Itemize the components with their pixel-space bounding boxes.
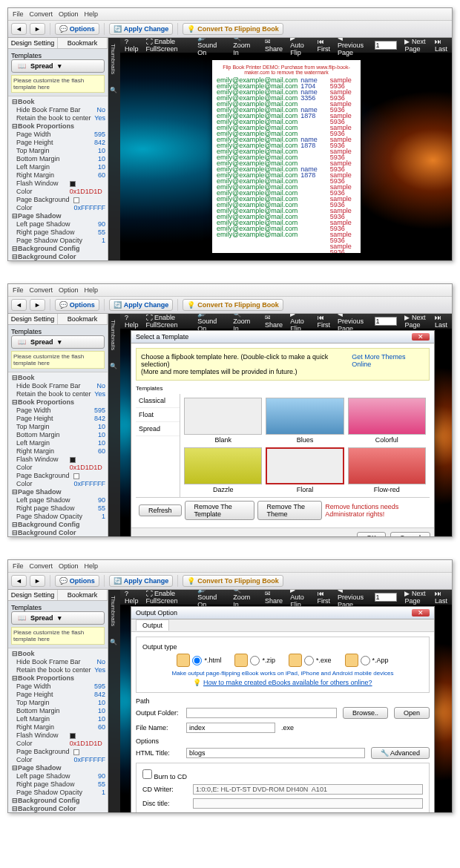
thumb-floral[interactable]: Floral — [266, 447, 344, 493]
cat-float[interactable]: Float — [136, 408, 180, 422]
thumb-blues[interactable]: Blues — [266, 398, 344, 444]
thumb-flow-red[interactable]: Flow-red — [348, 447, 426, 493]
menu-option[interactable]: Option — [59, 10, 79, 18]
toolbar: ◄► 💬 Options 🔄 Apply Change 💡 Convert To… — [8, 573, 452, 590]
tb-first[interactable]: ⏮ First — [318, 38, 331, 53]
btn-options[interactable]: 💬 Options — [55, 23, 99, 35]
browse-button[interactable]: Browse.. — [343, 707, 388, 719]
sidebar: Design SettingBookmark Templates 📖 Sprea… — [8, 314, 108, 536]
demo-watermark: Flip Book Printer DEMO: Purchase from ww… — [217, 65, 356, 75]
property-tree[interactable]: ⊟BookHide Book Frame BarNoRetain the boo… — [8, 648, 108, 812]
cat-classical[interactable]: Classical — [136, 394, 180, 408]
select-template-dialog: Select a Template ✕ Choose a flipbook te… — [131, 330, 435, 536]
sidebar: Design SettingBookmark Templates 📖 Sprea… — [8, 590, 108, 812]
thumb-colorful[interactable]: Colorful — [348, 398, 426, 444]
tab-design-setting[interactable]: Design Setting — [8, 38, 58, 48]
advanced-button[interactable]: 🔧 Advanced — [371, 747, 430, 759]
mobile-note: Make output page-flipping eBook works on… — [142, 670, 423, 677]
radio-html[interactable]: *.html — [177, 654, 221, 667]
template-thumbnails: BlankBluesColorfulDazzleFloralFlow-red — [180, 394, 430, 497]
property-tree[interactable]: ⊟BookHide Book Frame BarNoRetain the boo… — [8, 96, 108, 260]
menubar: File Convert Option Help — [8, 8, 452, 21]
templates-label: Templates — [11, 52, 105, 59]
refresh-button[interactable]: Refresh — [139, 504, 182, 516]
tb-share[interactable]: ✉ Share — [265, 38, 283, 53]
tb-sound[interactable]: 🔊 Sound On — [197, 38, 226, 56]
menubar: File Convert Option Help — [8, 284, 452, 297]
book-preview: Flip Book Printer DEMO: Purchase from ww… — [212, 60, 361, 253]
disc-title-input[interactable] — [193, 798, 423, 809]
screenshot-output-dialog: File Convert Option Help ◄► 💬 Options 🔄 … — [7, 559, 453, 813]
hint-customize: Please customize the flash template here — [11, 75, 105, 93]
stage: Thumbnails🔍 ? Help ⛶ Enable FullScreen 🔊… — [108, 314, 452, 536]
get-more-themes-link[interactable]: Get More Themes Online — [352, 353, 424, 375]
burn-checkbox[interactable]: Burn to CD — [142, 773, 187, 780]
sidebar: Design Setting Bookmark Templates 📖 Spre… — [8, 38, 108, 260]
open-button[interactable]: Open — [394, 707, 430, 719]
sidebar-tabs: Design Setting Bookmark — [8, 38, 108, 49]
stage: Thumbnails🔍 ? Help ⛶ Enable FullScreen 🔊… — [108, 590, 452, 812]
cancel-button[interactable]: Cancel — [390, 532, 430, 536]
screenshot-main: File Convert Option Help ◄ ► 💬 Options 🔄… — [7, 7, 453, 261]
menu-help[interactable]: Help — [85, 10, 99, 18]
burn-cd-group: Burn to CD CD Writer: Disc title: — [136, 763, 430, 812]
tb-prev[interactable]: ◀ Previous Page — [338, 38, 367, 56]
howto-link[interactable]: How to make created eBooks available for… — [203, 679, 372, 686]
thumb-dazzle[interactable]: Dazzle — [184, 447, 262, 493]
output-folder-input[interactable] — [186, 708, 337, 718]
vtab-thumbnails[interactable]: Thumbnails — [108, 38, 118, 80]
tb-autoflip[interactable]: ▶ Auto Flip — [290, 38, 309, 56]
filename-input[interactable] — [186, 723, 275, 733]
btn-next[interactable]: ► — [30, 23, 45, 35]
btn-apply[interactable]: 🔄 Apply Change — [109, 23, 174, 35]
cd-writer-select[interactable] — [193, 784, 423, 795]
dialog-title: Output Option — [136, 609, 177, 617]
tb-next[interactable]: ▶ Next Page — [404, 38, 427, 53]
output-type-group: Output type *.html *.zip *.exe *.App Mak… — [136, 637, 430, 693]
html-title-input[interactable] — [186, 748, 365, 758]
output-tab[interactable]: Output — [136, 619, 169, 631]
remove-theme-button[interactable]: Remove The Theme — [257, 501, 323, 520]
btn-prev[interactable]: ◄ — [11, 23, 27, 35]
remove-template-button[interactable]: Remove The Template — [185, 501, 254, 520]
close-icon[interactable]: ✕ — [412, 333, 430, 341]
ok-button[interactable]: OK — [357, 532, 386, 536]
property-tree[interactable]: ⊟BookHide Book Frame BarNoRetain the boo… — [8, 372, 108, 536]
thumb-blank[interactable]: Blank — [184, 398, 262, 444]
menubar: File Convert Option Help — [8, 560, 452, 573]
page-input[interactable] — [375, 41, 397, 50]
vertical-tabs: Thumbnails 🔍 — [108, 38, 120, 260]
radio-exe[interactable]: *.exe — [289, 654, 332, 667]
template-category-list: Classical Float Spread — [136, 394, 180, 497]
screenshot-template-dialog: File Convert Option Help ◄► 💬 Options 🔄 … — [7, 283, 453, 537]
hint-line1: Choose a flipbook template here. (Double… — [141, 353, 352, 368]
preview-topbar: ? Help ⛶ Enable FullScreen 🔊 Sound On 🔍 … — [120, 38, 452, 53]
radio-app[interactable]: *.App — [345, 654, 389, 667]
admin-warning: Remove functions needs Administrator rig… — [325, 503, 427, 518]
hint-line2: (More and more templates will be provide… — [141, 368, 352, 375]
toolbar: ◄ ► 💬 Options 🔄 Apply Change 💡 Convert T… — [8, 21, 452, 38]
tb-fullscreen[interactable]: ⛶ Enable FullScreen — [146, 38, 191, 53]
radio-zip[interactable]: *.zip — [234, 654, 275, 667]
output-option-dialog: Output Option ✕ Output Output type *.htm… — [131, 606, 435, 812]
tb-last[interactable]: ⏭ Last — [435, 38, 447, 53]
cat-spread[interactable]: Spread — [136, 422, 180, 436]
menu-convert[interactable]: Convert — [30, 10, 53, 18]
menu-file[interactable]: File — [13, 10, 24, 18]
close-icon[interactable]: ✕ — [412, 609, 430, 617]
tab-bookmark[interactable]: Bookmark — [58, 38, 108, 48]
toolbar: ◄► 💬 Options 🔄 Apply Change 💡 Convert To… — [8, 297, 452, 314]
tb-help[interactable]: ? Help — [125, 38, 139, 53]
stage: Thumbnails 🔍 ? Help ⛶ Enable FullScreen … — [108, 38, 452, 260]
dialog-title: Select a Template — [136, 333, 188, 341]
vtab-search[interactable]: 🔍 — [108, 80, 118, 99]
tb-zoom[interactable]: 🔍 Zoom In — [233, 38, 257, 56]
spread-button[interactable]: 📖 Spread ▾ — [11, 59, 105, 73]
btn-convert-book[interactable]: 💡 Convert To Flipping Book — [183, 23, 283, 35]
